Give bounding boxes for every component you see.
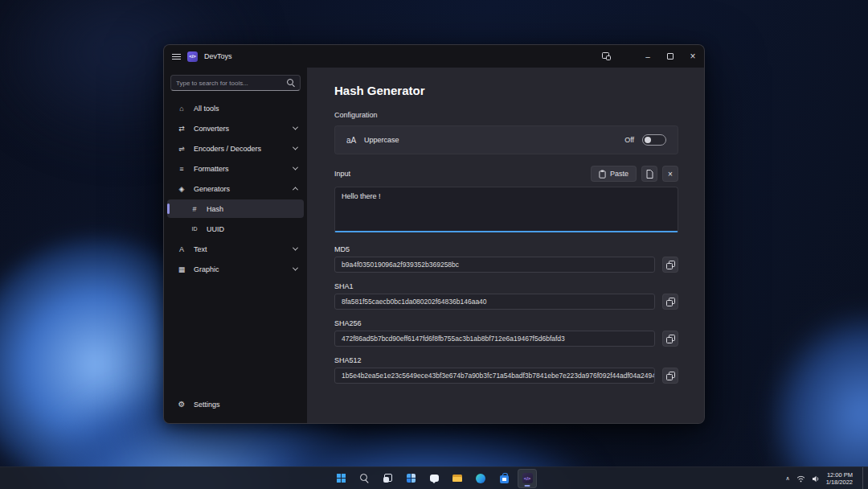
clock-date: 1/18/2022 [826,479,853,486]
task-view-button[interactable] [378,469,397,488]
edge-button[interactable] [471,469,490,488]
paste-button[interactable]: Paste [591,166,637,182]
sha256-output-field[interactable]: 472f86ad5b7bcd90eff6147fd6f8fb755ac3b1ab… [334,331,655,347]
show-desktop-button[interactable] [862,467,865,489]
start-button[interactable] [331,469,350,488]
close-icon: × [668,170,673,179]
hash-generator-page: Hash Generator Configuration aA Uppercas… [307,68,704,423]
chevron-up-icon [293,187,298,192]
sha1-copy-button[interactable] [662,294,678,310]
sha512-block: SHA512 1b5e4b2ea5e1e23c5649ece43bf3e674b… [334,356,678,384]
clear-input-button[interactable]: × [662,166,678,182]
sidebar-item-text[interactable]: A Text [167,240,304,258]
sidebar-item-converters[interactable]: ⇄ Converters [167,119,304,138]
hash-icon: # [188,205,201,213]
md5-output-field[interactable]: b9a4f035019096a2f939352b369258bc [334,257,655,273]
input-header: Input Paste [334,166,678,182]
generators-icon: ◈ [175,185,188,193]
sidebar-item-graphic[interactable]: ▦ Graphic [167,260,304,278]
sidebar-spacer [164,279,307,395]
paste-label: Paste [610,170,628,178]
sha256-copy-button[interactable] [662,331,678,347]
devtoys-icon: </> [522,473,533,483]
widgets-button[interactable] [401,469,420,488]
app-title: DevToys [204,52,232,60]
file-icon [646,170,653,179]
chat-icon [430,475,439,482]
search-input[interactable] [176,80,287,87]
search-icon [287,79,295,87]
uppercase-setting-card: aA Uppercase Off [334,125,678,154]
copy-icon [666,261,675,269]
close-button[interactable]: × [682,45,704,68]
sha512-output-field[interactable]: 1b5e4b2ea5e1e23c5649ece43bf3e674b7a90b3f… [334,368,655,384]
chevron-down-icon [293,265,298,271]
page-title: Hash Generator [334,84,678,97]
titlebar[interactable]: </> DevToys – × [164,45,704,68]
tool-search-box[interactable] [170,75,301,91]
hamburger-menu-icon[interactable] [172,54,181,60]
minimize-button[interactable]: – [637,45,659,68]
sidebar-item-label: Text [194,245,207,253]
uppercase-toggle[interactable] [642,134,666,146]
configuration-label: Configuration [334,111,678,119]
desktop: </> DevToys – × [0,0,868,489]
folder-icon [452,475,462,482]
chat-button[interactable] [424,469,444,488]
taskbar-clock[interactable]: 12:00 PM 1/18/2022 [826,471,856,486]
volume-button[interactable] [812,471,820,486]
maximize-button[interactable] [659,45,682,68]
md5-copy-button[interactable] [662,257,678,273]
search-icon [360,474,368,483]
input-textarea[interactable]: Hello there ! [334,187,678,232]
devtoys-taskbar-button[interactable]: </> [518,469,537,488]
compact-overlay-button[interactable] [595,45,617,68]
window-controls: – × [595,45,704,68]
md5-label: MD5 [334,245,678,253]
text-icon: A [175,245,188,253]
sha1-block: SHA1 8fa581f55caecb0bc1da080202f64836b14… [334,282,678,310]
file-explorer-button[interactable] [448,469,467,488]
chevron-down-icon [293,165,298,171]
sidebar-item-generators[interactable]: ◈ Generators [167,179,304,198]
md5-block: MD5 b9a4f035019096a2f939352b369258bc [334,245,678,273]
uppercase-icon: aA [346,136,364,145]
copy-icon [666,372,675,380]
uuid-icon: ID [188,226,201,232]
sidebar-item-hash[interactable]: # Hash [167,199,304,218]
clock-time: 12:00 PM [827,471,853,479]
sidebar-item-label: Encoders / Decoders [194,145,261,153]
sidebar-item-all-tools[interactable]: ⌂ All tools [167,99,304,117]
open-file-button[interactable] [641,166,657,182]
wallpaper-petal [704,246,868,489]
sidebar-nav: ⌂ All tools ⇄ Converters ⇌ Encoders / De… [164,98,307,279]
tray-chevron-up-icon[interactable]: ∧ [786,475,790,482]
sha512-copy-button[interactable] [662,368,678,384]
sidebar-item-formatters[interactable]: ≡ Formatters [167,159,304,178]
sidebar-item-label: Generators [194,185,230,193]
devtoys-window: </> DevToys – × [163,44,705,424]
close-icon: × [690,51,695,62]
uppercase-label: Uppercase [364,136,399,144]
sidebar-item-settings[interactable]: ⚙ Settings [167,395,304,413]
sidebar-item-uuid[interactable]: ID UUID [167,220,304,238]
chevron-down-icon [293,245,298,251]
sidebar-item-label: Formatters [194,165,229,173]
sidebar-item-label: Converters [194,125,229,133]
store-icon [500,475,509,483]
sidebar-item-encoders-decoders[interactable]: ⇌ Encoders / Decoders [167,139,304,158]
taskbar-icons: </> [331,467,537,489]
sidebar-item-label: All tools [194,105,219,113]
network-button[interactable] [796,471,805,486]
edge-icon [476,474,485,483]
taskbar-search-button[interactable] [354,469,374,488]
converters-icon: ⇄ [175,125,188,133]
microsoft-store-button[interactable] [494,469,514,488]
sidebar-item-label: Hash [207,205,223,213]
uppercase-toggle-state: Off [624,136,634,144]
sidebar-item-label: Graphic [194,265,219,273]
sha1-output-field[interactable]: 8fa581f55caecb0bc1da080202f64836b146aa40 [334,294,655,310]
sidebar-item-label: UUID [207,225,224,233]
home-icon: ⌂ [175,105,188,113]
taskbar: </> ∧ 12:00 PM 1/18/2022 [0,466,868,489]
